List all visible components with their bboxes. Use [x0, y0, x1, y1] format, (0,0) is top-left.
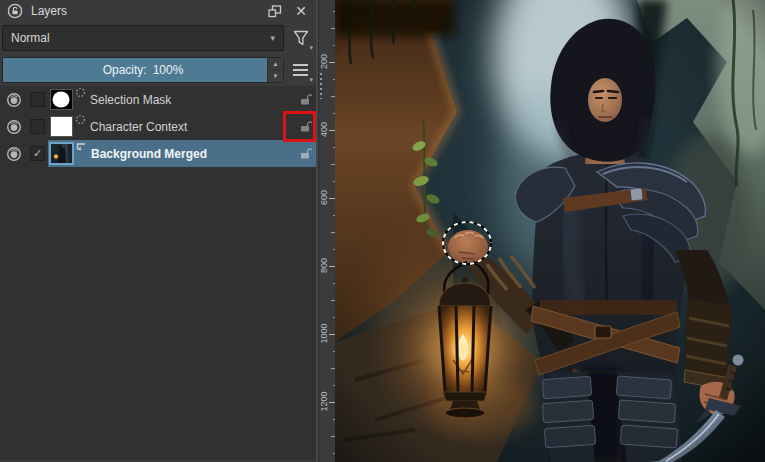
ruler-tick	[331, 368, 335, 369]
ruler-tick	[331, 300, 335, 301]
layer-checkbox[interactable]	[27, 119, 48, 134]
ruler-tick	[329, 198, 335, 199]
chevron-down-icon: ▾	[270, 33, 275, 43]
opacity-slider[interactable]: Opacity: 100% ▲ ▼	[2, 57, 284, 83]
ruler-tick	[333, 283, 335, 284]
ruler-tick	[333, 45, 335, 46]
layer-name: Character Context	[90, 120, 187, 134]
chevron-down-icon: ▾	[309, 44, 313, 52]
ruler-tick	[329, 334, 335, 335]
ruler-tick	[333, 419, 335, 420]
artwork-image	[335, 0, 765, 462]
ruler-label: 600	[319, 178, 330, 218]
ruler-tick	[329, 402, 335, 403]
funnel-icon	[292, 29, 310, 47]
ruler-label: 800	[319, 246, 330, 286]
ruler-tick	[333, 79, 335, 80]
spin-up-button[interactable]: ▲	[268, 58, 283, 71]
ruler-tick	[331, 232, 335, 233]
ruler-tick	[331, 436, 335, 437]
ruler-label: 1000	[319, 314, 330, 354]
ruler-tick	[333, 181, 335, 182]
ruler-tick	[331, 28, 335, 29]
ruler-label: 1200	[319, 382, 330, 422]
ruler-tick	[331, 96, 335, 97]
ruler-tick	[329, 62, 335, 63]
ruler-label: 200	[319, 42, 330, 82]
ruler-tick	[333, 385, 335, 386]
unlocked-icon[interactable]	[296, 145, 314, 163]
ruler-label: 400	[319, 110, 330, 150]
opacity-value: 100%	[153, 63, 184, 77]
ruler-tick	[329, 130, 335, 131]
vertical-ruler: 020040060080010001200	[318, 0, 335, 462]
selection-circle-badge-icon	[75, 87, 86, 101]
hamburger-icon	[293, 64, 308, 76]
arrow-badge-icon	[75, 141, 87, 156]
layer-list: Selection Mask	[0, 86, 316, 460]
layer-filter-button[interactable]: ▾	[287, 25, 314, 51]
layer-menu-button[interactable]: ▾	[287, 57, 314, 83]
blend-mode-row: Normal ▾ ▾	[2, 24, 314, 52]
layers-docker: Layers ✕ Normal ▾ ▾	[0, 0, 316, 462]
unlocked-icon[interactable]	[296, 91, 314, 109]
ruler-tick	[333, 249, 335, 250]
ruler-tick	[333, 215, 335, 216]
ruler-tick	[329, 266, 335, 267]
red-highlight-annotation	[283, 111, 316, 142]
docker-lock-icon[interactable]	[5, 2, 25, 20]
docker-titlebar[interactable]: Layers ✕	[0, 0, 316, 22]
docker-title: Layers	[31, 4, 67, 18]
ruler-tick	[333, 113, 335, 114]
layer-row-body[interactable]: Character Context	[48, 113, 316, 140]
layer-checkbox-checked[interactable]: ✓	[27, 146, 48, 161]
ruler-tick	[331, 164, 335, 165]
layer-name: Selection Mask	[90, 93, 171, 107]
layer-thumbnail[interactable]	[50, 89, 73, 110]
visibility-eye-icon[interactable]	[0, 146, 27, 162]
opacity-row: Opacity: 100% ▲ ▼ ▾	[2, 56, 314, 84]
layer-name: Background Merged	[91, 147, 207, 161]
layer-row-character-context[interactable]: Character Context	[0, 113, 316, 140]
layer-row-body[interactable]: Selection Mask	[48, 86, 316, 113]
layer-row-selection-mask[interactable]: Selection Mask	[0, 86, 316, 113]
chevron-down-icon: ▾	[309, 76, 313, 84]
layer-row-body-selected[interactable]: Background Merged α	[48, 140, 316, 167]
selection-circle-badge-icon	[75, 114, 86, 128]
float-docker-icon[interactable]	[265, 2, 285, 20]
ruler-tick	[333, 351, 335, 352]
layer-thumbnail[interactable]	[50, 116, 73, 137]
spin-down-button[interactable]: ▼	[268, 71, 283, 83]
visibility-eye-icon[interactable]	[0, 119, 27, 135]
opacity-spinner: ▲ ▼	[267, 58, 283, 82]
opacity-label: Opacity:	[103, 63, 147, 77]
krita-window: Layers ✕ Normal ▾ ▾	[0, 0, 765, 462]
ruler-tick	[333, 11, 335, 12]
ruler-tick	[333, 317, 335, 318]
canvas-viewport[interactable]	[335, 0, 765, 462]
ruler-label: 0	[319, 0, 330, 14]
layer-thumbnail[interactable]	[50, 143, 73, 164]
visibility-eye-icon[interactable]	[0, 92, 27, 108]
close-docker-icon[interactable]: ✕	[291, 2, 311, 20]
blend-mode-value: Normal	[11, 31, 50, 45]
layer-checkbox[interactable]	[27, 92, 48, 107]
ruler-tick	[333, 147, 335, 148]
blend-mode-dropdown[interactable]: Normal ▾	[2, 25, 284, 51]
layer-row-background-merged[interactable]: ✓	[0, 140, 316, 167]
ruler-tick	[333, 453, 335, 454]
